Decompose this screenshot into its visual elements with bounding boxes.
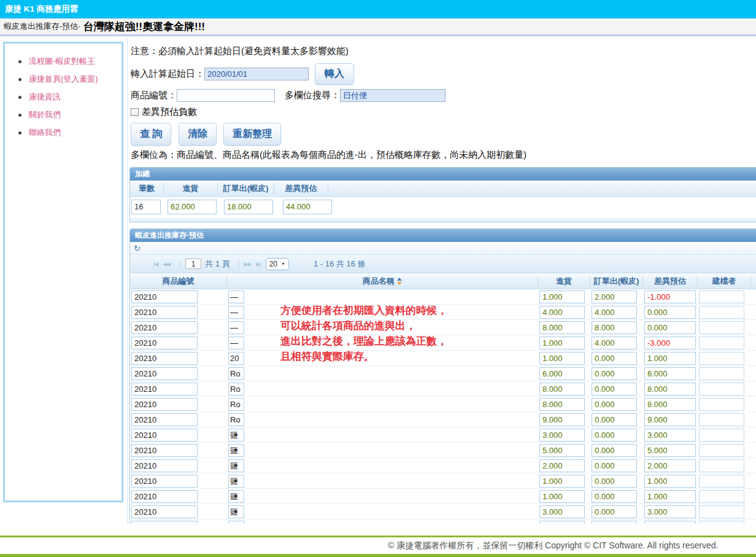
creator-value <box>699 490 744 503</box>
table-row[interactable]: 20210Ro9.0000.0009.000 <box>130 412 756 427</box>
purchase-value: 1.000 <box>539 521 585 524</box>
name-value: 鹽 <box>228 444 244 457</box>
purchase-value: 1.000 <box>539 352 585 365</box>
table-row[interactable]: 20210—1.0004.000-3.000 <box>130 335 756 351</box>
table-row[interactable]: 20210Ro6.0000.0006.000 <box>130 366 756 381</box>
cell-code: 20210 <box>130 335 227 350</box>
prev-page-icon[interactable]: ◀◀ <box>163 261 170 267</box>
cell-creator <box>698 289 751 304</box>
table-row[interactable]: 20210—8.0008.0000.000 <box>130 320 756 335</box>
code-value: 20210 <box>131 290 198 303</box>
diff-value: 2.000 <box>644 459 696 472</box>
purchase-value: 1.000 <box>539 490 585 503</box>
order-out-value: 0.000 <box>592 398 637 411</box>
sidebar-item-link[interactable]: 康捷首頁(登入畫面) <box>29 74 98 85</box>
table-row[interactable]: 20210—1.0002.000-1.000 <box>130 289 756 305</box>
grid-header-cell[interactable]: 建檔者 <box>698 276 751 287</box>
sidebar-item-link[interactable]: 聯絡我們 <box>29 127 61 138</box>
sidebar-item-link[interactable]: 康捷資訊 <box>29 92 61 103</box>
clear-button[interactable]: 清除 <box>179 123 217 146</box>
cell-order-out: 0.000 <box>590 504 643 519</box>
order-out-value: 8.000 <box>592 321 637 334</box>
last-page-icon[interactable]: ▶| <box>256 261 260 267</box>
table-row[interactable]: 20210Ro8.0000.0008.000 <box>130 381 756 397</box>
page-input[interactable] <box>185 259 201 269</box>
summary-value-cell: 44.000 <box>283 200 332 214</box>
refresh-button[interactable]: 重新整理 <box>223 123 281 146</box>
creator-value <box>699 444 744 457</box>
grid-header-cell[interactable]: 商品編號 <box>130 276 227 287</box>
table-row[interactable]: 20210鹽1.0000.0001.000 <box>130 473 756 489</box>
cell-diff: -1.000 <box>643 289 698 304</box>
cell-name: 鹽 <box>227 473 538 488</box>
cell-code: 20210 <box>130 397 227 411</box>
summary-header-cell: 筆數 <box>130 183 164 194</box>
cell-order-out: 0.000 <box>590 520 643 524</box>
cell-creator <box>698 473 751 488</box>
refresh-icon[interactable]: ↻ <box>134 244 141 252</box>
diff-value: 3.000 <box>644 429 696 442</box>
name-value: 鹽 <box>228 490 244 503</box>
sidebar-item: 康捷資訊 <box>14 92 122 103</box>
table-row[interactable]: 20210鹽5.0000.0005.000 <box>130 443 756 458</box>
code-input[interactable] <box>177 89 275 102</box>
creator-value <box>699 383 744 395</box>
table-row[interactable]: 20210—4.0004.0000.000 <box>130 305 756 320</box>
cell-purchase: 1.000 <box>538 489 590 504</box>
table-row[interactable]: 20210Ro8.0000.0008.000 <box>130 397 756 412</box>
grid-header-cell[interactable]: 商品名稱 <box>227 276 538 287</box>
summary-header-cell: 進貨 <box>164 183 218 194</box>
cell-order-out: 0.000 <box>590 366 643 381</box>
grid-title: 蝦皮進出推庫存-預估 <box>130 229 756 242</box>
cell-name: 鹽 <box>227 520 538 524</box>
notice-text: 注意：必須輸入計算起始日(避免資料量太多影響效能) <box>131 45 756 57</box>
table-row[interactable]: 20210鹽1.0000.0001.000 <box>130 520 756 524</box>
cell-filler <box>751 335 756 350</box>
table-row[interactable]: 20210鹽2.0000.0002.000 <box>130 458 756 473</box>
grid-body: 20210—1.0002.000-1.00020210—4.0004.0000.… <box>130 289 756 524</box>
cell-name: Ro <box>227 397 538 411</box>
diff-value: 0.000 <box>644 321 696 334</box>
next-page-icon[interactable]: ▶▶ <box>244 261 252 267</box>
code-value: 20210 <box>131 321 198 334</box>
negative-diff-checkbox[interactable] <box>131 108 139 116</box>
order-out-value: 4.000 <box>592 337 637 349</box>
cell-creator <box>698 381 751 396</box>
cell-creator <box>698 397 751 411</box>
cell-filler <box>751 351 756 365</box>
cell-filler <box>751 289 756 304</box>
grid-header-cell[interactable]: 訂單出(蝦皮) <box>590 276 643 287</box>
grid-header-cell[interactable]: 差異預估 <box>643 276 698 287</box>
query-button[interactable]: 查 詢 <box>131 123 171 146</box>
page-size-select[interactable]: 20 ▼ <box>266 258 289 270</box>
order-out-value: 0.000 <box>592 367 637 380</box>
grid-header-cell[interactable]: 進貨 <box>538 276 590 287</box>
sidebar-item-link[interactable]: 關於我們 <box>29 109 61 120</box>
date-input[interactable] <box>204 68 309 80</box>
cell-filler <box>751 443 756 458</box>
cell-purchase: 8.000 <box>538 381 590 396</box>
sidebar-item-link[interactable]: 流程圖-蝦皮對帳王 <box>29 56 95 67</box>
table-row[interactable]: 20210鹽1.0000.0001.000 <box>130 489 756 504</box>
multi-search-input[interactable] <box>340 89 446 102</box>
page-title: 蝦皮進出推庫存-預估· <box>4 21 81 32</box>
code-value: 20210 <box>131 306 198 319</box>
table-row[interactable]: 20210201.0000.0001.000 <box>130 351 756 366</box>
cell-diff: 1.000 <box>643 473 698 488</box>
code-value: 20210 <box>131 490 198 503</box>
summary-footer-strip <box>130 218 756 222</box>
purchase-value: 4.000 <box>539 306 585 319</box>
order-out-value: 0.000 <box>592 429 637 442</box>
cell-name: 鹽 <box>227 443 538 458</box>
cell-name: — <box>227 305 538 319</box>
table-row[interactable]: 20210鹽3.0000.0003.000 <box>130 427 756 443</box>
cell-order-out: 2.000 <box>590 289 643 304</box>
first-page-icon[interactable]: |◀ <box>153 261 158 267</box>
cell-code: 20210 <box>130 320 227 335</box>
table-row[interactable]: 20210鹽3.0000.0003.000 <box>130 504 756 520</box>
import-button[interactable]: 轉入 <box>315 63 354 85</box>
purchase-value: 5.000 <box>539 444 585 457</box>
cell-filler <box>751 489 756 504</box>
summary-value-row: 1662.00018.00044.000 <box>130 197 756 218</box>
order-out-value: 2.000 <box>592 290 637 303</box>
